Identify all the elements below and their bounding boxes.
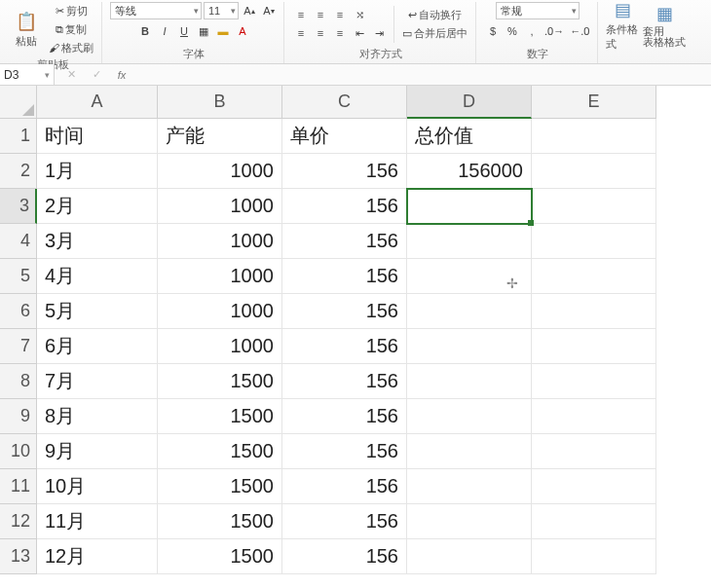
cell-A12[interactable]: 11月	[37, 504, 158, 539]
cell-C4[interactable]: 156	[282, 224, 407, 259]
cell-C2[interactable]: 156	[282, 154, 407, 189]
cell-D7[interactable]	[407, 329, 532, 364]
cell-A7[interactable]: 6月	[37, 329, 158, 364]
align-top-button[interactable]: ≡	[292, 6, 310, 23]
fx-button[interactable]: fx	[113, 66, 131, 84]
cell-E4[interactable]	[532, 224, 656, 259]
cell-B2[interactable]: 1000	[158, 154, 282, 189]
row-header-6[interactable]: 6	[0, 294, 37, 329]
cell-D12[interactable]	[407, 504, 532, 539]
cell-D8[interactable]	[407, 364, 532, 399]
column-header-C[interactable]: C	[282, 86, 407, 119]
cell-E1[interactable]	[532, 119, 656, 154]
align-right-button[interactable]: ≡	[331, 24, 349, 42]
enter-formula-button[interactable]: ✓	[88, 66, 105, 84]
cell-B4[interactable]: 1000	[158, 224, 282, 259]
cell-B8[interactable]: 1500	[158, 364, 282, 399]
cell-A1[interactable]: 时间	[37, 119, 158, 154]
cell-C5[interactable]: 156	[282, 259, 407, 294]
cell-B10[interactable]: 1500	[158, 434, 282, 469]
column-header-B[interactable]: B	[158, 86, 282, 119]
cell-E6[interactable]	[532, 294, 656, 329]
cell-E2[interactable]	[532, 154, 656, 189]
cell-C9[interactable]: 156	[282, 399, 407, 434]
cell-E11[interactable]	[532, 469, 656, 504]
cell-B6[interactable]: 1000	[158, 294, 282, 329]
cell-D11[interactable]	[407, 469, 532, 504]
column-header-A[interactable]: A	[37, 86, 158, 119]
cell-B7[interactable]: 1000	[158, 329, 282, 364]
cell-C13[interactable]: 156	[282, 539, 407, 574]
cell-C3[interactable]: 156	[282, 189, 407, 224]
cell-E7[interactable]	[532, 329, 656, 364]
indent-increase-button[interactable]: ⇥	[370, 24, 388, 42]
indent-decrease-button[interactable]: ⇤	[351, 24, 368, 42]
cell-D5[interactable]	[407, 259, 532, 294]
name-box[interactable]: D3	[0, 64, 55, 85]
cell-C11[interactable]: 156	[282, 469, 407, 504]
row-header-8[interactable]: 8	[0, 364, 37, 399]
cell-C1[interactable]: 单价	[282, 119, 407, 154]
cell-A10[interactable]: 9月	[37, 434, 158, 469]
cell-C10[interactable]: 156	[282, 434, 407, 469]
cell-B12[interactable]: 1500	[158, 504, 282, 539]
column-header-D[interactable]: D	[407, 86, 532, 119]
cell-A9[interactable]: 8月	[37, 399, 158, 434]
cell-A4[interactable]: 3月	[37, 224, 158, 259]
borders-button[interactable]: ▦	[195, 22, 212, 40]
number-format-combo[interactable]: 常规	[496, 2, 580, 19]
cell-D10[interactable]	[407, 434, 532, 469]
cell-C7[interactable]: 156	[282, 329, 407, 364]
font-color-button[interactable]: A	[234, 22, 251, 40]
cell-E10[interactable]	[532, 434, 656, 469]
row-header-3[interactable]: 3	[0, 189, 37, 224]
bold-button[interactable]: B	[136, 22, 154, 40]
font-name-combo[interactable]: 等线	[110, 2, 202, 19]
format-as-table-button[interactable]: ▦ 套用 表格格式	[643, 5, 686, 46]
merge-center-button[interactable]: ▭ 合并后居中	[400, 24, 469, 42]
row-header-13[interactable]: 13	[0, 539, 37, 574]
cancel-formula-button[interactable]: ✕	[62, 66, 80, 84]
cell-C8[interactable]: 156	[282, 364, 407, 399]
align-bottom-button[interactable]: ≡	[331, 6, 349, 23]
row-header-5[interactable]: 5	[0, 259, 37, 294]
align-middle-button[interactable]: ≡	[312, 6, 329, 23]
row-header-1[interactable]: 1	[0, 119, 37, 154]
formula-input[interactable]	[138, 64, 711, 85]
cell-B9[interactable]: 1500	[158, 399, 282, 434]
row-header-12[interactable]: 12	[0, 504, 37, 539]
conditional-formatting-button[interactable]: ▤ 条件格式	[606, 5, 639, 46]
underline-button[interactable]: U	[175, 22, 193, 40]
format-painter-button[interactable]: 🖌 格式刷	[47, 39, 95, 56]
cell-A5[interactable]: 4月	[37, 259, 158, 294]
row-header-4[interactable]: 4	[0, 224, 37, 259]
comma-button[interactable]: ,	[523, 22, 541, 40]
percent-button[interactable]: %	[504, 22, 521, 40]
align-left-button[interactable]: ≡	[292, 24, 310, 42]
cell-E5[interactable]	[532, 259, 656, 294]
row-header-7[interactable]: 7	[0, 329, 37, 364]
select-all-corner[interactable]	[0, 86, 37, 119]
currency-button[interactable]: $	[484, 22, 502, 40]
cell-D6[interactable]	[407, 294, 532, 329]
cell-E3[interactable]	[532, 189, 656, 224]
font-size-combo[interactable]: 11	[204, 2, 239, 19]
increase-decimal-button[interactable]: .0→	[543, 22, 566, 40]
cell-E12[interactable]	[532, 504, 656, 539]
cell-A3[interactable]: 2月	[37, 189, 158, 224]
cell-C12[interactable]: 156	[282, 504, 407, 539]
cell-D4[interactable]	[407, 224, 532, 259]
row-header-9[interactable]: 9	[0, 399, 37, 434]
cell-A11[interactable]: 10月	[37, 469, 158, 504]
cut-button[interactable]: ✂ 剪切	[47, 2, 95, 19]
fill-color-button[interactable]: ▬	[214, 22, 232, 40]
decrease-decimal-button[interactable]: ←.0	[568, 22, 591, 40]
wrap-text-button[interactable]: ↩ 自动换行	[400, 6, 469, 23]
align-center-button[interactable]: ≡	[312, 24, 329, 42]
row-header-2[interactable]: 2	[0, 154, 37, 189]
cell-B1[interactable]: 产能	[158, 119, 282, 154]
cell-D2[interactable]: 156000	[407, 154, 532, 189]
spreadsheet-grid[interactable]: ABCDE1时间产能单价总价值21月100015615600032月100015…	[0, 86, 711, 574]
cell-E9[interactable]	[532, 399, 656, 434]
cell-A2[interactable]: 1月	[37, 154, 158, 189]
